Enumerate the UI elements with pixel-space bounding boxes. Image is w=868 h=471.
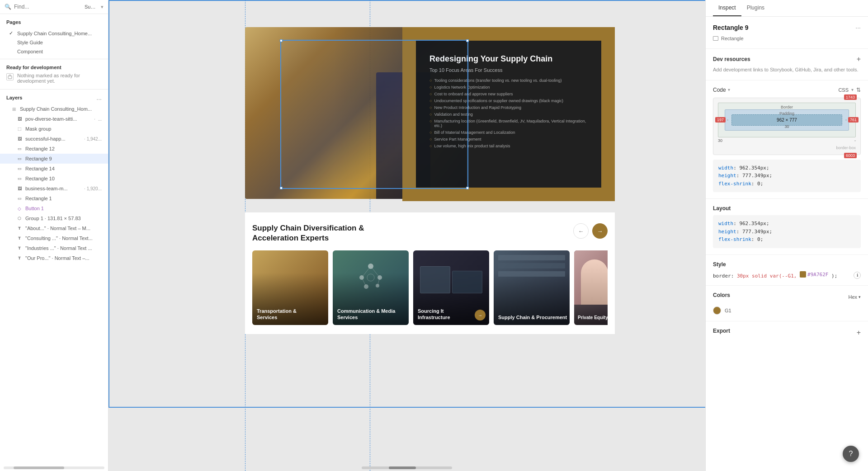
dev-resources-header: Dev resources + [713,55,861,63]
canvas-content[interactable]: Redesigning Your Supply Chain Top 10 Foc… [108,0,705,471]
layer-name-business: business-team-m... [25,186,81,191]
colors-section: Colors Hex ▾ G1 [706,286,868,321]
layer-item-root[interactable]: ⊞ Supply Chain Consulting_Hom... [0,104,108,114]
code-section: Code ▾ CSS ▾ ⇅ 1743 Border 30 - Padding [706,80,868,199]
dev-resources-section: Dev resources + Add development links to… [706,49,868,80]
ready-title: Ready for development [6,65,102,70]
help-button[interactable]: ? [843,446,859,462]
page-item-component[interactable]: Component [6,47,102,56]
layers-title: Layers [6,95,22,100]
code-lang-chevron[interactable]: ▾ [851,87,854,92]
page-item-home[interactable]: ✓ Supply Chain Consulting_Home... [6,28,102,38]
tab-inspect[interactable]: Inspect [713,0,741,16]
margin-right-label: 761 [848,117,859,122]
breadcrumb-arrow[interactable]: ▾ [101,4,104,10]
layout-width: width: 962.354px; [718,220,855,228]
code-copy-icon[interactable]: ⇅ [856,87,861,93]
code-label: Code ▾ [713,87,730,93]
code-controls: CSS ▾ ⇅ [838,87,861,93]
hero-list-item-3: ○Cost to onboard and approve new supplie… [429,92,588,96]
search-icon: 🔍 [5,4,11,10]
search-input[interactable] [14,4,82,10]
layer-name-rect1: Rectangle 1 [25,196,102,201]
card-1-label: Transportation &Services [257,308,297,321]
card-3[interactable]: Sourcing It Infrastructure → [413,250,489,325]
rect-icon-12: ▭ [16,146,23,152]
layer-item-business[interactable]: 🖼 business-team-m... · 1,920... [0,184,108,193]
layers-scrollbar[interactable] [4,466,104,469]
code-chevron[interactable]: ▾ [728,87,730,92]
margin-bottom-minus: - [854,138,856,143]
layer-item-rect9[interactable]: ▭ Rectangle 9 [0,154,108,164]
layers-section: Layers ... ⊞ Supply Chain Consulting_Hom… [0,89,108,471]
tab-plugins[interactable]: Plugins [741,0,770,16]
margin-left-label: 197 [715,117,726,122]
svg-line-7 [362,266,371,278]
divers-header: Supply Chain Diversification & Accelerat… [252,223,608,243]
layer-item-group1[interactable]: ⬡ Group 1 · 131.81 × 57.83 [0,213,108,223]
card-5[interactable]: Private Equity [574,250,608,325]
text-icon-ourpro: T [16,255,23,261]
layer-item-button1[interactable]: ◇ Button 1 [0,203,108,213]
layer-item-industries[interactable]: T "Industries ..." · Normal Text ... [0,243,108,253]
text-icon-consulting: T [16,235,23,241]
layer-name-consulting: "Consulting ..." · Normal Text... [25,236,102,241]
padding-right: - [845,118,847,122]
search-bar: 🔍 Supply Chain Cons... ▾ [0,0,108,14]
layer-name-mask: Mask group [25,126,102,132]
hero-list-item-2: ○Logistics Network Optimization [429,85,588,89]
pages-title: Pages [6,19,102,25]
layer-item-pov[interactable]: 🖼 pov-diverse-team-sitti... · ... [0,114,108,124]
card-4[interactable]: Supply Chain & Procurement [494,250,570,325]
rect-icon-1: ▭ [16,195,23,202]
check-icon: ✓ [9,30,14,36]
style-info-button[interactable]: ℹ [854,272,861,279]
card-1[interactable]: Transportation &Services [252,250,328,325]
layer-name-ourpro: "Our Pro..." · Normal Text –... [25,255,102,261]
layer-item-rect12[interactable]: ▭ Rectangle 12 [0,144,108,154]
export-title: Export [713,328,730,334]
colors-format[interactable]: Hex ▾ [848,294,861,300]
image-icon-business: 🖼 [16,185,23,192]
css-height: height: 777.349px; [718,172,855,180]
layer-item-ourpro[interactable]: T "Our Pro..." · Normal Text –... [0,253,108,263]
layers-list: ⊞ Supply Chain Consulting_Hom... 🖼 pov-d… [0,104,108,465]
hero-section[interactable]: Redesigning Your Supply Chain Top 10 Foc… [245,27,615,203]
hero-overlay-panel: Redesigning Your Supply Chain Top 10 Foc… [402,27,615,201]
layer-item-rect10[interactable]: ▭ Rectangle 10 [0,174,108,184]
text-icon-industries: T [16,245,23,251]
layer-item-consulting[interactable]: T "Consulting ..." · Normal Text... [0,233,108,243]
divers-section: Supply Chain Diversification & Accelerat… [245,212,615,334]
rect-icon-9: ▭ [16,155,23,162]
nav-next-button[interactable]: → [592,223,608,239]
layers-scrollbar-thumb [14,466,64,469]
mask-icon: ⬚ [16,126,23,132]
css-code-block: width: 962.354px; height: 777.349px; fle… [713,160,861,193]
dev-resources-add[interactable]: + [857,55,861,63]
layer-name-rect9: Rectangle 9 [25,156,102,161]
border-label: Border [781,105,793,109]
layer-item-rect14[interactable]: ▭ Rectangle 14 [0,164,108,174]
card-5-label: Private Equity [578,315,608,320]
element-more[interactable]: ··· [855,24,861,31]
layers-more[interactable]: ... [96,94,102,101]
layer-item-mask[interactable]: ⬚ Mask group [0,124,108,134]
page-item-style[interactable]: Style Guide [6,38,102,47]
hero-list: ○Tooling considerations (transfer toolin… [429,78,588,148]
layer-item-rect1[interactable]: ▭ Rectangle 1 [0,193,108,203]
layer-item-successful[interactable]: 🖼 successful-happ... · 1,942... [0,134,108,144]
layer-name-about: "About..." · Normal Text – M... [25,226,102,231]
divers-title: Supply Chain Diversification & Accelerat… [252,223,379,243]
nav-prev-button[interactable]: ← [573,223,589,239]
card-3-arrow[interactable]: → [475,310,486,320]
canvas-hscroll[interactable] [362,466,452,469]
element-name: Rectangle 9 [713,24,749,31]
export-add-button[interactable]: + [857,329,861,337]
padding-label: Padding [779,111,794,116]
card-2[interactable]: Communication & Media Services [333,250,409,325]
hero-list-item-5: ○New Product Introduction and Rapid Prot… [429,105,588,110]
layer-item-about[interactable]: T "About..." · Normal Text – M... [0,223,108,233]
card-4-label: Supply Chain & Procurement [498,314,567,320]
dev-resources-title: Dev resources [713,56,750,62]
layer-name-industries: "Industries ..." · Normal Text ... [25,245,102,251]
